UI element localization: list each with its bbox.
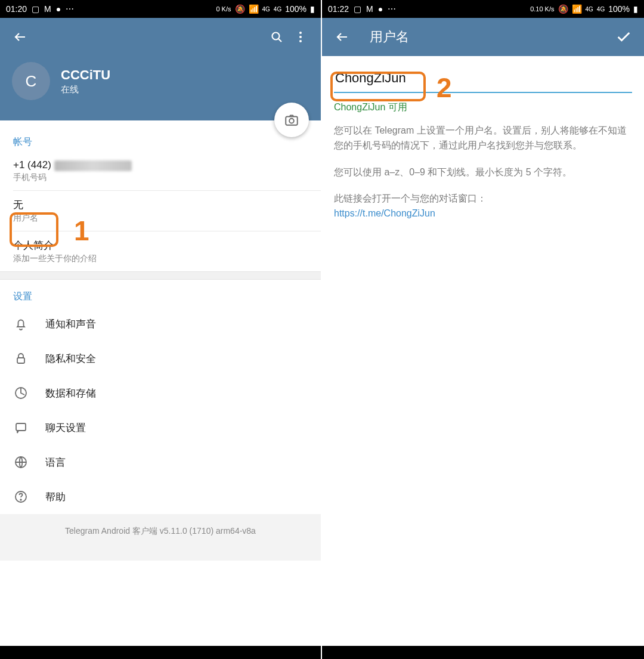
- chat-icon: ●: [56, 4, 61, 14]
- battery-icon: ▮: [310, 4, 315, 14]
- signal-4g-icon-2: 4G: [597, 6, 605, 13]
- settings-item-label: 语言: [45, 456, 66, 469]
- wifi-icon: 📶: [572, 4, 582, 14]
- username-label: 用户名: [13, 213, 308, 224]
- phone-redacted: [54, 160, 132, 171]
- settings-item-privacy[interactable]: 隐私和安全: [0, 341, 321, 376]
- username-available-text: ChongZiJun 可用: [322, 93, 644, 117]
- settings-item-label: 帮助: [45, 490, 66, 504]
- search-icon: [270, 30, 284, 44]
- settings-item-label: 数据和存储: [45, 386, 96, 400]
- more-vertical-icon: [293, 30, 308, 44]
- username-info-2: 您可以使用 a–z、0–9 和下划线。最小长度为 5 个字符。: [322, 159, 644, 186]
- photo-icon: ▢: [32, 4, 39, 14]
- username-input-wrap: [322, 56, 644, 93]
- svg-point-3: [299, 40, 302, 42]
- net-speed: 0 K/s: [216, 5, 231, 13]
- section-gap: [0, 271, 321, 280]
- profile-name: CCCiTU: [61, 67, 110, 83]
- settings-item-language[interactable]: 语言: [0, 445, 321, 479]
- more-button[interactable]: [289, 25, 312, 49]
- back-arrow-icon: [13, 30, 27, 44]
- back-button[interactable]: [8, 25, 32, 49]
- check-icon: [615, 29, 632, 45]
- account-section-header: 帐号: [0, 120, 321, 152]
- phone-value: +1 (442): [13, 159, 308, 171]
- svg-rect-8: [16, 423, 26, 431]
- wifi-icon: 📶: [249, 4, 259, 14]
- svg-point-5: [289, 119, 294, 123]
- svg-point-2: [299, 36, 302, 38]
- avatar[interactable]: C: [12, 62, 50, 100]
- phone-row[interactable]: +1 (442) 手机号码: [0, 152, 321, 190]
- more-icon: ⋯: [66, 4, 74, 14]
- net-speed: 0.10 K/s: [530, 5, 554, 13]
- battery-text: 100%: [285, 4, 306, 14]
- username-screen: 01:22 ▢ M ● ⋯ 0.10 K/s 🔕 📶 4G 4G 100% ▮ …: [322, 0, 644, 659]
- version-footer: Telegram Android 客户端 v5.11.0 (1710) arm6…: [0, 514, 321, 561]
- mail-icon: M: [366, 4, 373, 14]
- profile-header: C CCCiTU 在线: [0, 56, 321, 120]
- battery-text: 100%: [608, 4, 630, 14]
- profile-status: 在线: [61, 84, 110, 95]
- settings-item-chat[interactable]: 聊天设置: [0, 410, 321, 445]
- status-bar: 01:22 ▢ M ● ⋯ 0.10 K/s 🔕 📶 4G 4G 100% ▮: [322, 0, 644, 18]
- chat-icon: ●: [378, 4, 383, 14]
- lock-icon: [13, 351, 29, 366]
- data-icon: [13, 385, 29, 401]
- username-link-intro: 此链接会打开一个与您的对话窗口：: [334, 193, 487, 203]
- back-arrow-icon: [335, 30, 349, 44]
- bell-icon: [13, 316, 29, 332]
- mute-icon: 🔕: [235, 4, 245, 14]
- settings-screen: 01:20 ▢ M ● ⋯ 0 K/s 🔕 📶 4G 4G 100% ▮: [0, 0, 322, 659]
- more-icon: ⋯: [388, 4, 396, 14]
- status-time: 01:20: [6, 4, 27, 14]
- svg-point-1: [299, 32, 302, 34]
- settings-item-label: 隐私和安全: [45, 352, 96, 366]
- username-info-3: 此链接会打开一个与您的对话窗口： https://t.me/ChongZiJun: [322, 185, 644, 227]
- mute-icon: 🔕: [558, 4, 568, 14]
- signal-4g-icon: 4G: [262, 6, 270, 13]
- settings-item-label: 通知和声音: [45, 317, 96, 331]
- confirm-button[interactable]: [612, 25, 636, 49]
- bio-title: 个人简介: [13, 239, 308, 252]
- signal-4g-icon-2: 4G: [274, 6, 281, 13]
- status-time: 01:22: [328, 4, 349, 14]
- svg-rect-6: [17, 358, 24, 363]
- mail-icon: M: [44, 4, 51, 14]
- status-bar: 01:20 ▢ M ● ⋯ 0 K/s 🔕 📶 4G 4G 100% ▮: [0, 0, 321, 18]
- change-photo-button[interactable]: [274, 103, 309, 137]
- username-value: 无: [13, 198, 308, 212]
- chat-settings-icon: [13, 420, 29, 435]
- help-icon: [13, 489, 29, 505]
- username-info-1: 您可以在 Telegram 上设置一个用户名。设置后，别人将能够在不知道您的手机…: [322, 117, 644, 159]
- app-bar: 用户名: [322, 18, 644, 56]
- settings-item-help[interactable]: 帮助: [0, 479, 321, 514]
- settings-section-header: 设置: [0, 280, 321, 307]
- settings-item-notifications[interactable]: 通知和声音: [0, 307, 321, 341]
- android-nav-bar: [0, 646, 321, 659]
- page-title: 用户名: [370, 28, 409, 46]
- back-button[interactable]: [330, 25, 354, 49]
- app-bar: [0, 18, 321, 56]
- svg-rect-4: [286, 117, 298, 125]
- username-input[interactable]: [334, 67, 632, 93]
- phone-prefix: +1 (442): [13, 159, 54, 171]
- settings-item-data[interactable]: 数据和存储: [0, 376, 321, 410]
- username-row[interactable]: 无 用户名: [0, 191, 321, 231]
- username-link[interactable]: https://t.me/ChongZiJun: [334, 208, 435, 218]
- bio-hint: 添加一些关于你的介绍: [13, 253, 308, 264]
- battery-icon: ▮: [633, 4, 638, 14]
- camera-icon: [284, 112, 299, 128]
- globe-icon: [13, 454, 29, 470]
- search-button[interactable]: [265, 25, 289, 49]
- signal-4g-icon: 4G: [586, 6, 593, 13]
- svg-point-0: [273, 33, 280, 40]
- bio-row[interactable]: 个人简介 添加一些关于你的介绍: [0, 231, 321, 271]
- phone-label: 手机号码: [13, 172, 308, 183]
- photo-icon: ▢: [354, 4, 361, 14]
- settings-item-label: 聊天设置: [45, 421, 86, 435]
- android-nav-bar: [322, 646, 644, 659]
- svg-point-11: [20, 499, 21, 500]
